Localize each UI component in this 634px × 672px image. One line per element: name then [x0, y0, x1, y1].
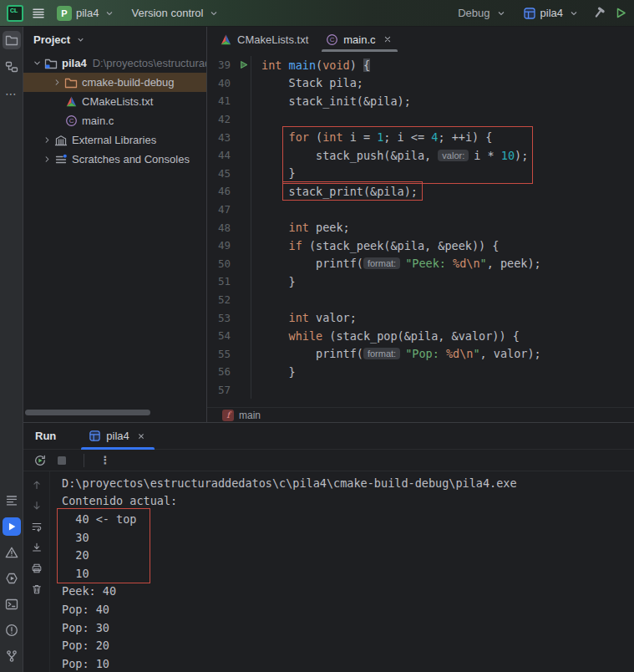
stop-button[interactable]: [55, 454, 68, 467]
chevron-down-icon: [207, 7, 221, 20]
run-gutter-icon[interactable]: [236, 59, 251, 70]
git-branch-icon[interactable]: [3, 647, 21, 665]
hamburger-menu-icon[interactable]: [32, 7, 45, 20]
console-line-4: 20: [62, 546, 634, 564]
tree-item-cmake-build-debug[interactable]: cmake-build-debug: [23, 73, 206, 92]
code-line-54[interactable]: 54 while (stack_pop(&pila, &valor)) {: [207, 327, 634, 345]
line-number: 53: [207, 312, 236, 324]
rerun-button[interactable]: [33, 454, 47, 467]
breadcrumb[interactable]: f main: [207, 407, 634, 422]
tree-item-cmakelists-txt[interactable]: CMakeLists.txt: [23, 92, 206, 111]
scratches-icon: [53, 153, 68, 166]
more-dots-icon[interactable]: ⋯: [3, 84, 21, 103]
code-line-53[interactable]: 53 int valor;: [207, 308, 634, 327]
code-text: [251, 201, 634, 219]
chevron-down-icon: [567, 7, 581, 20]
structure-icon[interactable]: [3, 58, 21, 76]
console-line-9: Pop: 20: [62, 636, 634, 654]
horizontal-scrollbar[interactable]: [25, 410, 150, 415]
console-line-3: 30: [62, 528, 634, 547]
console-line-8: Pop: 30: [62, 619, 634, 637]
soft-wrap-button[interactable]: [30, 520, 43, 533]
line-number: 55: [207, 348, 236, 360]
editor-tab-cmakelists-txt[interactable]: CMakeLists.txt: [210, 27, 317, 52]
line-number: 45: [207, 167, 236, 180]
project-folder-icon[interactable]: [3, 31, 21, 49]
problems-icon[interactable]: [3, 621, 21, 639]
tree-item-pila4[interactable]: pila4D:\proyectos\estructuraddedatos: [23, 53, 206, 73]
svg-text:C: C: [329, 36, 334, 43]
chevron-right-icon[interactable]: [40, 155, 53, 164]
code-line-44[interactable]: 44 stack_push(&pila, valor:i * 10);: [207, 146, 634, 165]
code-line-55[interactable]: 55 printf(format:"Pop: %d\n", valor);: [207, 345, 634, 364]
scroll-end-button[interactable]: [30, 541, 43, 554]
arrow-up-button[interactable]: [30, 478, 43, 491]
c-file-icon: C: [325, 33, 338, 46]
chevron-right-icon[interactable]: [40, 135, 53, 145]
tree-item-label: External Libraries: [72, 134, 156, 146]
chevron-down-icon[interactable]: [30, 59, 43, 68]
kebab-button[interactable]: ⋮: [99, 454, 112, 467]
run-header: Run pila4: [23, 423, 634, 450]
project-panel-header[interactable]: Project: [23, 27, 206, 52]
build-hammer-icon[interactable]: [592, 7, 606, 20]
run-button-icon[interactable]: [614, 7, 627, 20]
tree-item-scratches-and-consoles[interactable]: Scratches and Consoles: [23, 150, 206, 169]
close-icon[interactable]: [381, 33, 394, 46]
code-line-52[interactable]: 52: [207, 291, 634, 309]
tab-label: CMakeLists.txt: [237, 33, 308, 46]
code-line-57[interactable]: 57: [207, 381, 634, 400]
line-number: 48: [207, 221, 236, 234]
project-panel-title: Project: [33, 33, 70, 46]
code-line-47[interactable]: 47: [207, 201, 634, 219]
code-line-46[interactable]: 46 stack_print(&pila);: [207, 182, 634, 201]
code-line-42[interactable]: 42: [207, 110, 634, 129]
run-play-icon[interactable]: [3, 517, 21, 536]
console-line-6: Peek: 40: [62, 583, 634, 601]
services-icon[interactable]: [3, 569, 21, 588]
console-output: D:\proyectos\estructuraddedatos\c\pila4\…: [50, 471, 634, 672]
code-line-49[interactable]: 49 if (stack_peek(&pila, &peek)) {: [207, 237, 634, 255]
line-number: 47: [207, 203, 236, 216]
line-number: 57: [207, 384, 236, 396]
code-line-45[interactable]: 45 }: [207, 165, 634, 183]
tree-item-external-libraries[interactable]: External Libraries: [23, 130, 206, 150]
chevron-right-icon[interactable]: [50, 78, 63, 87]
code-editor[interactable]: 39int main(void) {40 Stack pila;41 stack…: [207, 52, 634, 407]
code-line-48[interactable]: 48 int peek;: [207, 218, 634, 237]
line-number: 43: [207, 131, 236, 144]
code-line-56[interactable]: 56 }: [207, 363, 634, 381]
code-line-40[interactable]: 40 Stack pila;: [207, 74, 634, 93]
app-window-icon: [88, 430, 101, 443]
console-line-10: Pop: 10: [62, 654, 634, 672]
trash-button[interactable]: [30, 583, 43, 596]
build-type-selector[interactable]: Debug: [454, 3, 510, 23]
libraries-icon: [53, 134, 68, 147]
run-tab-pila4[interactable]: pila4: [79, 423, 155, 449]
run-tab-label: pila4: [106, 430, 129, 442]
version-control-button[interactable]: Version control: [128, 3, 224, 23]
code-line-39[interactable]: 39int main(void) {: [207, 56, 634, 74]
line-number: 54: [207, 329, 236, 342]
tree-item-main-c[interactable]: Cmain.c: [23, 111, 206, 130]
terminal-icon[interactable]: [3, 595, 21, 613]
list-lines-icon[interactable]: [3, 491, 21, 510]
code-line-51[interactable]: 51 }: [207, 272, 634, 291]
warning-icon[interactable]: [3, 543, 21, 562]
function-icon: f: [222, 410, 234, 421]
code-text: }: [251, 363, 634, 381]
close-icon[interactable]: [134, 430, 148, 443]
arrow-down-button[interactable]: [30, 499, 43, 512]
project-avatar: P: [57, 6, 72, 21]
svg-text:C: C: [68, 117, 74, 125]
printer-button[interactable]: [30, 562, 43, 575]
code-line-41[interactable]: 41 stack_init(&pila);: [207, 92, 634, 110]
code-text: stack_push(&pila, valor:i * 10);: [251, 146, 634, 165]
code-line-50[interactable]: 50 printf(format:"Peek: %d\n", peek);: [207, 255, 634, 273]
ide-window: CL P pila4 Version control Debug pila4 ⋯: [0, 0, 634, 672]
project-switcher-button[interactable]: P pila4: [53, 3, 119, 23]
code-line-43[interactable]: 43 for (int i = 1; i <= 4; ++i) {: [207, 128, 634, 146]
run-configuration-selector[interactable]: pila4: [520, 3, 584, 23]
editor-tab-main-c[interactable]: Cmain.c: [317, 27, 402, 52]
chevron-down-icon: [495, 7, 508, 20]
